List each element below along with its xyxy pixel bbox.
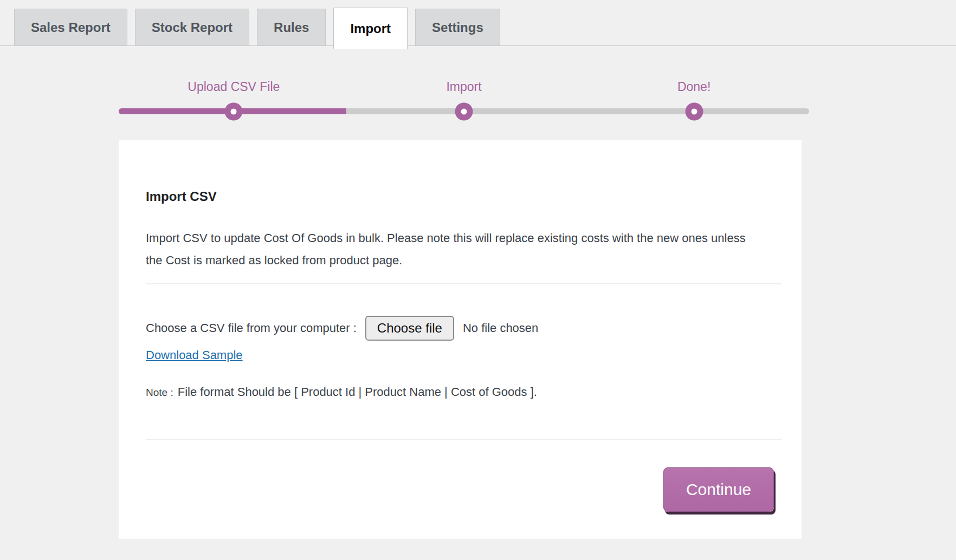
format-note: Note :File format Should be [ Product Id… bbox=[146, 385, 781, 399]
import-description: Import CSV to update Cost Of Goods in bu… bbox=[146, 227, 764, 271]
continue-button[interactable]: Continue bbox=[663, 467, 774, 512]
tab-stock-report[interactable]: Stock Report bbox=[135, 9, 249, 45]
step-dot-upload bbox=[225, 102, 243, 120]
card-heading: Import CSV bbox=[146, 189, 781, 204]
divider bbox=[146, 439, 781, 440]
step-label-import: Import bbox=[446, 80, 481, 94]
tab-sales-report[interactable]: Sales Report bbox=[14, 9, 127, 45]
stepper-labels: Upload CSV File Import Done! bbox=[119, 80, 809, 95]
import-progress-stepper: Upload CSV File Import Done! bbox=[119, 80, 809, 114]
step-dot-import bbox=[455, 102, 473, 120]
import-page: Sales Report Stock Report Rules Import S… bbox=[0, 0, 956, 560]
divider bbox=[146, 283, 781, 284]
actions-row: Continue bbox=[146, 467, 781, 512]
step-dot-done bbox=[685, 102, 703, 120]
tab-settings[interactable]: Settings bbox=[415, 9, 500, 45]
note-prefix: Note : bbox=[146, 387, 173, 398]
note-text: File format Should be [ Product Id | Pro… bbox=[178, 385, 537, 399]
file-upload-label: Choose a CSV file from your computer : bbox=[146, 321, 357, 335]
stepper-track bbox=[119, 108, 809, 114]
tab-bar: Sales Report Stock Report Rules Import S… bbox=[0, 0, 956, 46]
import-csv-card: Import CSV Import CSV to update Cost Of … bbox=[119, 140, 802, 539]
file-upload-row: Choose a CSV file from your computer : C… bbox=[146, 316, 781, 341]
choose-file-button[interactable]: Choose file bbox=[365, 316, 454, 341]
tab-import[interactable]: Import bbox=[333, 8, 408, 49]
step-label-done: Done! bbox=[677, 80, 710, 94]
tab-rules[interactable]: Rules bbox=[257, 9, 326, 45]
step-label-upload: Upload CSV File bbox=[188, 80, 280, 94]
download-sample-link[interactable]: Download Sample bbox=[146, 348, 243, 362]
file-chosen-status: No file chosen bbox=[463, 321, 538, 335]
